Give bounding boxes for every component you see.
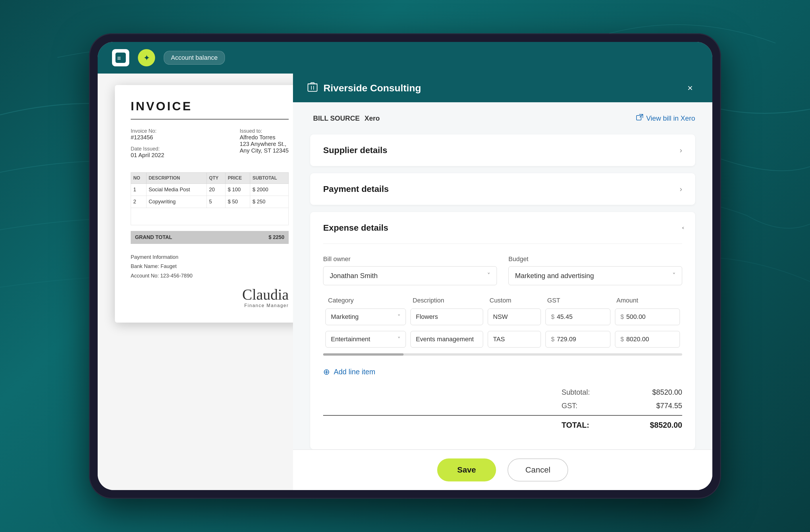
svg-rect-2 — [308, 84, 317, 91]
row1-custom-cell: NSW — [485, 308, 544, 325]
row2-category-value: Entertainment — [331, 336, 370, 343]
row2-gst-cell: $ 729.09 — [543, 331, 613, 348]
bill-source-label: BILL SOURCE — [313, 114, 360, 122]
tablet-frame: ≡ ✦ Account balance Atlassian GH-0007 Co… — [89, 33, 721, 499]
row2-category-cell: Entertainment ˅ — [323, 331, 408, 348]
row1-description-cell: Flowers — [408, 308, 485, 325]
grand-total-value: $ 2250 — [269, 235, 285, 240]
expense-body: Bill owner Jonathan Smith ˅ Budget — [310, 244, 695, 449]
row2-price: $ 50 — [225, 196, 250, 208]
row1-no: 1 — [131, 184, 146, 196]
row2-category-chevron-icon: ˅ — [398, 336, 400, 343]
invoice-no-value: #123456 — [131, 134, 164, 141]
payment-details-section: Payment details › — [310, 173, 695, 205]
invoice-divider — [131, 119, 289, 119]
row1-category-cell: Marketing ˅ — [323, 308, 408, 325]
row1-qty: 20 — [207, 184, 225, 196]
gst-row: GST: $774.55 — [323, 402, 682, 410]
add-line-item-button[interactable]: ⊕ Add line item — [323, 364, 682, 380]
row1-category-select[interactable]: Marketing ˅ — [325, 308, 406, 325]
save-button[interactable]: Save — [437, 458, 496, 481]
row1-amount-dollar: $ — [620, 313, 624, 321]
invoice-signature: Claudia Finance Manager — [131, 286, 289, 308]
total-value: $8520.00 — [631, 421, 682, 430]
panel-body: BILL SOURCE Xero View bil — [293, 102, 712, 450]
row2-gst-amount[interactable]: $ 729.09 — [546, 331, 610, 348]
budget-select[interactable]: Marketing and advertising ˅ — [508, 266, 682, 285]
bill-owner-chevron-icon: ˅ — [487, 272, 490, 279]
row1-desc: Social Media Post — [146, 184, 207, 196]
view-bill-link[interactable]: View bill in Xero — [636, 114, 695, 123]
subtotal-label: Subtotal: — [562, 388, 608, 397]
grand-total-row: TOTAL: $8520.00 — [323, 415, 682, 430]
panel-header: Riverside Consulting × — [293, 74, 712, 102]
row1-description-input[interactable]: Flowers — [410, 308, 483, 325]
gst-label: GST: — [562, 402, 608, 410]
payment-details-header[interactable]: Payment details › — [310, 173, 695, 205]
row1-amount-cell: $ 500.00 — [613, 308, 682, 325]
totals-section: Subtotal: $8520.00 GST: $774.55 TOTAL: $… — [323, 380, 682, 438]
invoice-meta: Invoice No: #123456 Date Issued: 01 Apri… — [131, 128, 289, 164]
invoice-no-label: Invoice No: — [131, 128, 164, 134]
row2-amount-cell: $ 8020.00 — [613, 331, 682, 348]
bill-owner-group: Bill owner Jonathan Smith ˅ — [323, 255, 497, 285]
row1-amount-input[interactable]: $ 500.00 — [615, 308, 680, 325]
row2-amount-dollar: $ — [620, 336, 624, 343]
invoice-grand-total: GRAND TOTAL $ 2250 — [131, 231, 289, 244]
col-description: DESCRIPTION — [146, 173, 207, 184]
expense-details-header[interactable]: Expense details ˅ — [310, 212, 695, 244]
row2-description-input[interactable]: Events management — [410, 331, 483, 348]
payment-details-title: Payment details — [323, 184, 389, 194]
issued-to-name: Alfredo Torres — [240, 134, 289, 141]
subtotal-value: $8520.00 — [631, 388, 682, 397]
row2-amount-input[interactable]: $ 8020.00 — [615, 331, 680, 348]
panel-footer: Save Cancel — [293, 450, 712, 490]
invoice-row-2: 2 Copywriting 5 $ 50 $ 250 — [131, 196, 289, 208]
col-header-gst: GST — [544, 297, 613, 304]
line-items-table: Category Description Custom GST Amount — [323, 297, 682, 380]
bill-owner-select[interactable]: Jonathan Smith ˅ — [323, 266, 497, 285]
line-item-row-1: Marketing ˅ Flowers NSW — [323, 308, 682, 325]
account-balance-button[interactable]: Account balance — [164, 51, 225, 65]
col-header-category: Category — [325, 297, 409, 304]
add-line-item-icon: ⊕ — [323, 367, 330, 376]
payment-info-label: Payment Information — [131, 253, 289, 262]
main-panel: Riverside Consulting × BILL SOURCE Xero — [293, 74, 712, 490]
close-button[interactable]: × — [682, 80, 698, 96]
supplier-details-header[interactable]: Supplier details › — [310, 134, 695, 166]
date-issued-label: Date Issued: — [131, 146, 164, 152]
supplier-details-chevron: › — [680, 146, 682, 155]
row2-description-cell: Events management — [408, 331, 485, 348]
row1-custom-input[interactable]: NSW — [488, 308, 541, 325]
row1-amount-value: 500.00 — [626, 313, 645, 321]
line-items-header: Category Description Custom GST Amount — [323, 297, 682, 304]
horizontal-scrollbar[interactable] — [323, 353, 682, 356]
invoice-table: NO DESCRIPTION QTY PRICE SUBTOTAL 1 Soci… — [131, 172, 289, 225]
line-item-row-2: Entertainment ˅ Events management TAS — [323, 331, 682, 348]
gst-value: $774.55 — [631, 402, 682, 410]
issued-to-address: 123 Anywhere St., — [240, 141, 289, 147]
cancel-button[interactable]: Cancel — [507, 458, 568, 481]
panel-title: Riverside Consulting — [323, 82, 421, 94]
expense-details-section: Expense details ˅ Bill owner — [310, 212, 695, 449]
row2-amount-value: 8020.00 — [626, 336, 649, 343]
bill-owner-label: Bill owner — [323, 255, 497, 263]
invoice-title: INVOICE — [131, 99, 289, 113]
col-subtotal: SUBTOTAL — [250, 173, 288, 184]
tablet-content: Atlassian GH-0007 Coding Zoom GH-0007 Co… — [98, 74, 712, 490]
row2-category-select[interactable]: Entertainment ˅ — [325, 331, 406, 348]
row1-gst-cell: $ 45.45 — [543, 308, 613, 325]
panel-trash-icon — [307, 82, 318, 94]
payment-details-chevron: › — [680, 185, 682, 194]
row1-gst-amount[interactable]: $ 45.45 — [546, 308, 610, 325]
row2-qty: 5 — [207, 196, 225, 208]
budget-label: Budget — [508, 255, 682, 263]
bill-owner-budget-row: Bill owner Jonathan Smith ˅ Budget — [323, 255, 682, 285]
row2-custom-input[interactable]: TAS — [488, 331, 541, 348]
bill-owner-value: Jonathan Smith — [330, 272, 378, 280]
external-link-icon — [636, 114, 643, 123]
signature-title: Finance Manager — [131, 303, 289, 308]
issued-to-city: Any City, ST 12345 — [240, 147, 289, 154]
scroll-thumb[interactable] — [323, 353, 404, 356]
svg-rect-6 — [636, 115, 641, 120]
